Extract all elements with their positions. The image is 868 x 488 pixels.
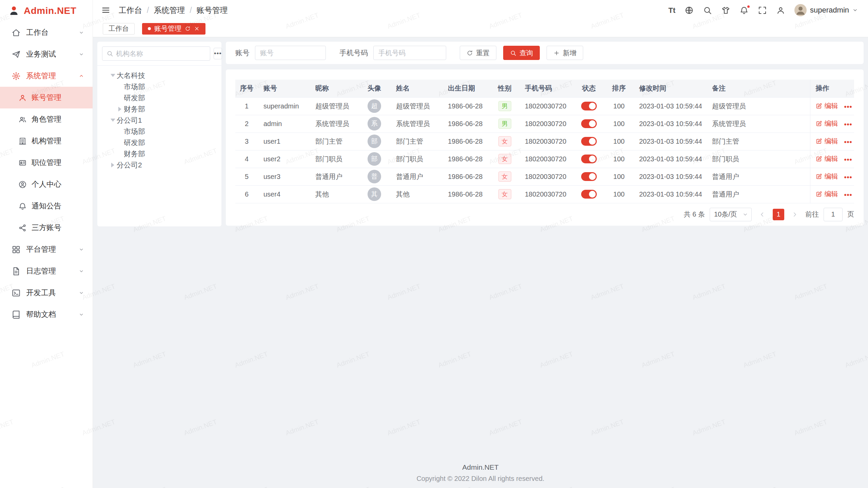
caret-right-icon[interactable] [109,163,117,167]
tree-node-label: 财务部 [124,104,145,114]
sidebar-item-dev-tools[interactable]: 开发工具 [0,282,93,304]
reset-button[interactable]: 重置 [460,46,496,60]
goto-label: 前往 [805,210,819,219]
cell-avatar: 超 [358,97,391,115]
sidebar-item-third-party-account[interactable]: 三方账号 [0,217,93,239]
tree-node[interactable]: 分公司2 [97,159,221,170]
sidebar-item-workbench[interactable]: 工作台 [0,22,93,43]
row-more-button[interactable]: ••• [844,121,852,128]
edit-button[interactable]: 编辑 [816,137,838,146]
tree-node[interactable]: 市场部 [97,81,221,92]
sidebar-item-log-management[interactable]: 日志管理 [0,260,93,282]
org-search-input[interactable] [116,50,206,58]
sidebar-item-notice[interactable]: 通知公告 [0,195,93,217]
sidebar-item-business-test[interactable]: 业务测试 [0,43,93,65]
page-number-button[interactable]: 1 [773,209,784,220]
tree-node-label: 大名科技 [117,71,145,80]
tree-node[interactable]: 大名科技 [97,70,221,81]
search-icon[interactable] [703,6,712,15]
edit-button[interactable]: 编辑 [816,119,838,128]
tree-node[interactable]: 研发部 [97,92,221,103]
cell-avatar: 普 [358,168,391,185]
edit-label: 编辑 [825,101,838,110]
notification-icon[interactable] [739,6,749,15]
menu-collapse-icon[interactable] [101,5,111,15]
cell-birthdate: 1986-06-28 [442,133,490,150]
refresh-icon[interactable] [185,26,191,32]
language-icon[interactable] [685,6,694,15]
status-toggle[interactable] [581,102,597,110]
logo-icon [8,5,20,17]
edit-label: 编辑 [825,189,838,199]
status-toggle[interactable] [581,137,597,146]
sidebar-item-account-management[interactable]: 账号管理 [0,87,93,108]
tab-account-management[interactable]: 账号管理 [142,23,205,35]
edit-button[interactable]: 编辑 [816,172,838,181]
cell-birthdate: 1986-06-28 [442,115,490,133]
cell-index: 4 [235,150,258,168]
status-toggle[interactable] [581,172,597,181]
edit-label: 编辑 [825,154,838,163]
row-more-button[interactable]: ••• [844,174,852,181]
cell-nickname: 普通用户 [310,168,358,185]
font-size-icon[interactable]: Tt [668,6,675,15]
add-button[interactable]: 新增 [547,46,583,60]
org-more-button[interactable]: ••• [214,48,222,59]
phone-input[interactable] [373,46,446,60]
tree-node[interactable]: 研发部 [97,137,221,148]
gender-tag: 男 [498,119,511,129]
sidebar-item-role-management[interactable]: 角色管理 [0,108,93,130]
edit-icon [816,103,822,109]
theme-icon[interactable] [721,6,730,15]
sidebar-item-personal-center[interactable]: 个人中心 [0,174,93,195]
cell-modified: 2023-01-03 10:59:44 [634,115,707,133]
user-icon [18,94,27,102]
sidebar-item-org-management[interactable]: 机构管理 [0,130,93,152]
fullscreen-icon[interactable] [758,6,767,15]
badge-icon [18,159,27,167]
gender-tag: 女 [498,171,511,182]
edit-button[interactable]: 编辑 [816,154,838,163]
row-more-button[interactable]: ••• [844,138,852,146]
caret-down-icon[interactable] [109,74,117,77]
cell-status [574,168,604,185]
cell-order: 100 [604,133,634,150]
tree-node[interactable]: 分公司1 [97,115,221,126]
sidebar-item-platform-management[interactable]: 平台管理 [0,239,93,260]
tab-workbench[interactable]: 工作台 [103,23,135,35]
breadcrumb-item[interactable]: 系统管理 [154,5,185,16]
edit-button[interactable]: 编辑 [816,189,838,199]
row-more-button[interactable]: ••• [844,156,852,163]
col-avatar: 头像 [358,80,391,97]
edit-button[interactable]: 编辑 [816,101,838,110]
status-toggle[interactable] [581,190,597,199]
sidebar-item-help-docs[interactable]: 帮助文档 [0,304,93,325]
sidebar-item-position-management[interactable]: 职位管理 [0,152,93,174]
cell-actions: 编辑••• [810,185,854,203]
next-page-button[interactable] [789,209,801,220]
tree-node[interactable]: 市场部 [97,126,221,137]
breadcrumb-item[interactable]: 工作台 [119,5,142,16]
tree-node[interactable]: 财务部 [97,148,221,159]
user-menu[interactable]: superadmin [794,4,858,16]
close-icon[interactable] [194,26,200,32]
account-input[interactable] [255,46,326,60]
goto-page-input[interactable] [824,208,843,221]
caret-down-icon[interactable] [109,119,117,122]
page-size-select[interactable]: 10条/页 [710,208,752,221]
sidebar-item-system-management[interactable]: 系统管理 [0,65,93,87]
sidebar-item-label: 账号管理 [32,93,61,103]
query-button[interactable]: 查询 [503,46,540,60]
cell-avatar: 系 [358,115,391,133]
status-toggle[interactable] [581,119,597,128]
prev-page-button[interactable] [756,209,768,220]
sidebar-item-label: 职位管理 [32,158,61,168]
row-more-button[interactable]: ••• [844,191,852,199]
caret-right-icon[interactable] [116,107,124,111]
cell-avatar: 其 [358,185,391,203]
tree-node-label: 研发部 [124,93,145,103]
user-settings-icon[interactable] [776,6,785,15]
tree-node[interactable]: 财务部 [97,103,221,115]
row-more-button[interactable]: ••• [844,103,852,110]
status-toggle[interactable] [581,155,597,163]
